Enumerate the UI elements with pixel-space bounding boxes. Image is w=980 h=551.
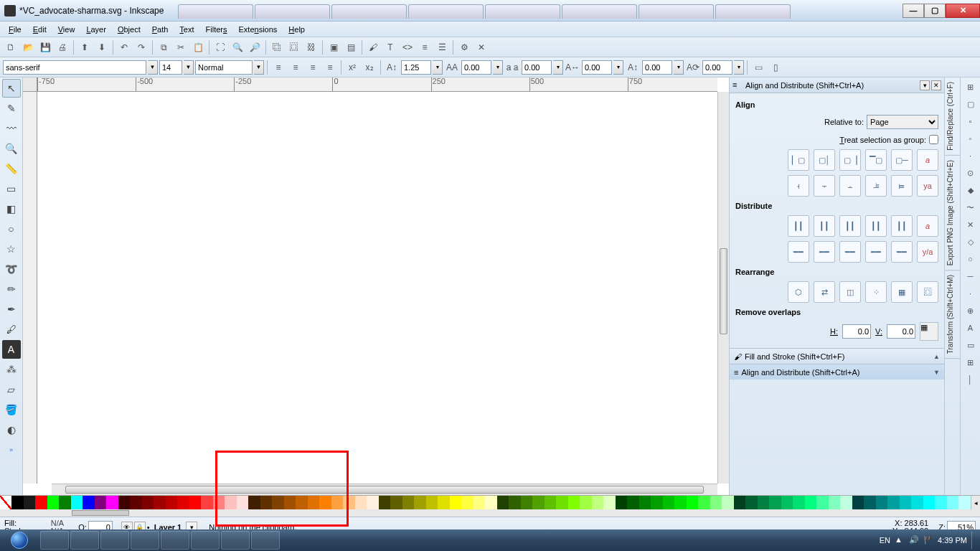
align-center-icon[interactable]: ≡ (288, 60, 303, 75)
palette-scrollbar[interactable] (0, 509, 980, 517)
palette-swatch[interactable] (568, 496, 580, 509)
subscript-icon[interactable]: x₂ (362, 60, 377, 75)
calligraphy-tool-icon[interactable]: 🖋 (2, 320, 21, 339)
align-justify-icon[interactable]: ≡ (322, 60, 338, 75)
rearrange-unclump-icon[interactable]: ▦ (891, 281, 913, 303)
palette-swatch[interactable] (497, 496, 509, 509)
text-tool-icon[interactable]: A (2, 340, 21, 359)
bezier-tool-icon[interactable]: ✒ (2, 300, 21, 319)
aero-tab[interactable] (485, 4, 560, 19)
palette-swatch[interactable] (95, 496, 107, 509)
snap-toggle-icon[interactable]: ⊞ (963, 79, 979, 95)
letter-spacing-input[interactable] (461, 60, 491, 75)
spinner-icon[interactable]: ▾ (613, 60, 623, 75)
rearrange-swap-icon[interactable]: ⇄ (814, 281, 835, 303)
snap-cusp-icon[interactable]: ◇ (963, 234, 979, 250)
aero-tab[interactable] (255, 4, 330, 19)
gradient-tool-icon[interactable]: ◐ (2, 420, 21, 439)
palette-swatch[interactable] (781, 496, 793, 509)
dock-tab-fill-stroke[interactable]: 🖌 Fill and Stroke (Shift+Ctrl+F) ▲ (730, 348, 944, 364)
snap-smooth-icon[interactable]: ○ (963, 251, 979, 267)
palette-swatch[interactable] (734, 496, 746, 509)
palette-swatch[interactable] (426, 496, 438, 509)
font-size-input[interactable] (159, 60, 182, 75)
zoom-in-icon[interactable]: 🔍 (230, 39, 245, 55)
palette-swatch[interactable] (331, 496, 344, 509)
palette-swatch[interactable] (639, 496, 651, 509)
rearrange-btn[interactable]: ◫ (839, 281, 861, 303)
palette-swatch[interactable] (414, 496, 426, 509)
palette-swatch[interactable] (83, 496, 95, 509)
palette-swatch[interactable] (154, 496, 166, 509)
snap-bbox-icon[interactable]: ▢ (963, 96, 979, 112)
align-center-v-icon[interactable]: ▢─ (891, 149, 913, 171)
clock[interactable]: 4:39 PM (938, 537, 967, 545)
style-dropdown-icon[interactable]: ▼ (254, 60, 264, 75)
align-text-icon[interactable]: a (917, 149, 938, 171)
snap-text-icon[interactable]: A (963, 320, 979, 336)
prefs-icon[interactable]: ⚙ (456, 39, 472, 55)
palette-swatch[interactable] (260, 496, 273, 509)
align-btn[interactable]: ⫡ (865, 175, 887, 197)
palette-swatch[interactable] (438, 496, 450, 509)
snap-guide-icon[interactable]: │ (963, 372, 979, 387)
palette-swatch[interactable] (142, 496, 154, 509)
palette-swatch[interactable] (745, 496, 758, 509)
redo-icon[interactable]: ↷ (133, 39, 149, 55)
distribute-btn[interactable]: ━━ (788, 241, 809, 263)
selector-tool-icon[interactable]: ↖ (2, 79, 21, 98)
snap-path-icon[interactable]: 〜 (963, 199, 979, 215)
rearrange-random-icon[interactable]: ⁘ (865, 281, 887, 303)
palette-swatch[interactable] (319, 496, 331, 509)
palette-swatch[interactable] (958, 496, 971, 509)
rearrange-btn[interactable]: ⿴ (917, 281, 938, 303)
snap-center-icon[interactable]: ⊙ (963, 165, 979, 181)
maximize-button[interactable]: ▢ (924, 4, 946, 18)
minimize-button[interactable]: — (903, 4, 924, 18)
align-btn[interactable]: ⫠ (839, 175, 861, 197)
palette-swatch[interactable] (722, 496, 734, 509)
align-left-icon[interactable]: ≡ (270, 60, 286, 75)
treat-group-checkbox[interactable] (929, 135, 938, 144)
align-right-edges-icon[interactable]: ▢▕ (839, 149, 861, 171)
palette-swatch[interactable] (189, 496, 202, 509)
palette-swatch[interactable] (166, 496, 178, 509)
palette-swatch[interactable] (308, 496, 320, 509)
menu-help[interactable]: Help (283, 24, 311, 35)
palette-swatch[interactable] (758, 496, 770, 509)
palette-swatch[interactable] (947, 496, 959, 509)
align-btn[interactable]: ⫞ (788, 175, 809, 197)
palette-swatch[interactable] (887, 496, 900, 509)
dock-tab-align[interactable]: ≡ Align and Distribute (Shift+Ctrl+A) ▼ (730, 364, 944, 380)
palette-swatch[interactable] (532, 496, 545, 509)
paste-icon[interactable]: 📋 (190, 39, 206, 55)
palette-swatch[interactable] (769, 496, 781, 509)
palette-swatch[interactable] (698, 496, 710, 509)
palette-swatch[interactable] (805, 496, 817, 509)
ruler-vertical[interactable] (23, 92, 37, 484)
align-text-anchor-icon[interactable]: ya (917, 175, 938, 197)
show-desktop-button[interactable] (971, 532, 977, 549)
snap-page-icon[interactable]: ▭ (963, 337, 979, 353)
eraser-tool-icon[interactable]: ▱ (2, 380, 21, 399)
close-button[interactable]: ✕ (946, 4, 980, 18)
palette-swatch[interactable] (355, 496, 367, 509)
palette-swatch[interactable] (816, 496, 829, 509)
fill-dialog-icon[interactable]: 🖌 (365, 39, 381, 55)
palette-swatch[interactable] (911, 496, 923, 509)
undo-icon[interactable]: ↶ (116, 39, 132, 55)
palette-swatch[interactable] (864, 496, 876, 509)
distribute-btn[interactable]: ┃┃ (865, 215, 887, 237)
palette-swatch[interactable] (545, 496, 557, 509)
font-family-input[interactable] (3, 60, 146, 75)
tray-network-icon[interactable]: 🏴 (923, 535, 933, 545)
taskbar-app[interactable] (251, 531, 280, 550)
palette-swatch[interactable] (201, 496, 213, 509)
palette-swatch[interactable] (450, 496, 462, 509)
zoom-fit-icon[interactable]: ⛶ (212, 39, 228, 55)
zoom-out-icon[interactable]: 🔎 (247, 39, 263, 55)
distribute-btn[interactable]: ┃┃ (839, 215, 861, 237)
xml-icon[interactable]: <> (400, 39, 415, 55)
taskbar-app[interactable] (131, 531, 159, 550)
ungroup-icon[interactable]: ▤ (343, 39, 359, 55)
